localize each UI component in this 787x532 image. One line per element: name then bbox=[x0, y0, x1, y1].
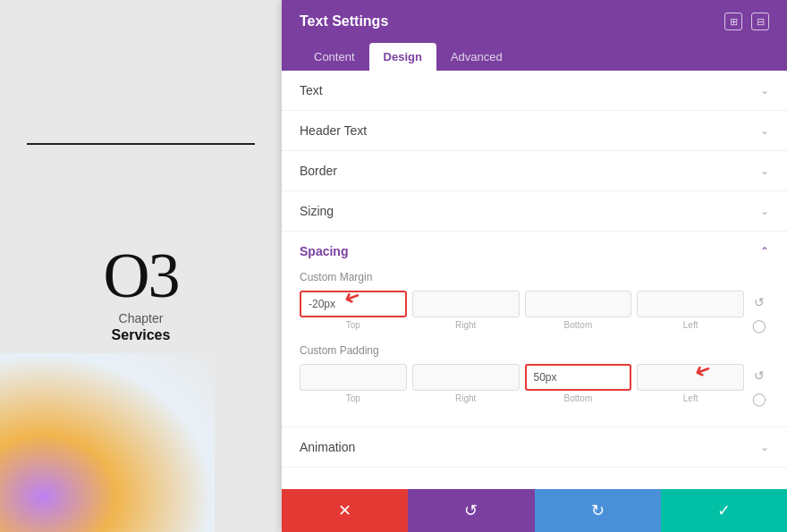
chapter-content: O3 Chapter Services bbox=[104, 243, 179, 343]
margin-bottom-col: Bottom bbox=[525, 291, 632, 330]
padding-left-col: Left bbox=[637, 364, 744, 403]
spacing-body: Custom Margin ➜ Top Right bbox=[282, 271, 787, 426]
accordion-border: Border ⌄ bbox=[282, 151, 787, 191]
margin-right-col: Right bbox=[412, 291, 520, 330]
margin-left-label: Left bbox=[683, 320, 698, 330]
collapse-icon[interactable]: ⊟ bbox=[751, 13, 769, 30]
accordion-text-chevron: ⌄ bbox=[760, 84, 769, 97]
margin-link-btn[interactable]: ◯ bbox=[749, 316, 769, 335]
accordion-text-header[interactable]: Text ⌄ bbox=[282, 71, 787, 110]
margin-row-actions: ↺ ◯ bbox=[749, 291, 769, 335]
accordion-spacing: Spacing ⌃ Custom Margin ➜ Top bbox=[282, 232, 787, 427]
redo-button[interactable]: ↻ bbox=[535, 489, 661, 532]
tab-advanced[interactable]: Advanced bbox=[436, 43, 517, 71]
margin-top-col: Top bbox=[300, 291, 407, 330]
accordion-animation: Animation ⌄ bbox=[282, 427, 787, 468]
accordion-sizing-header[interactable]: Sizing ⌄ bbox=[282, 191, 787, 231]
margin-right-label: Right bbox=[455, 320, 476, 330]
accordion-spacing-header[interactable]: Spacing ⌃ bbox=[282, 232, 787, 271]
confirm-button[interactable]: ✓ bbox=[661, 489, 787, 532]
accordion-border-header[interactable]: Border ⌄ bbox=[282, 151, 787, 190]
padding-left-label: Left bbox=[683, 393, 698, 403]
accordion-header-text-chevron: ⌄ bbox=[760, 124, 769, 137]
accordion-sizing-chevron: ⌄ bbox=[760, 205, 769, 217]
tab-content[interactable]: Content bbox=[300, 43, 369, 71]
header-icons: ⊞ ⊟ bbox=[724, 13, 769, 43]
panel-body: Text ⌄ Header Text ⌄ Border ⌄ Sizing ⌄ bbox=[282, 71, 787, 489]
accordion-text: Text ⌄ bbox=[282, 71, 787, 111]
panel-header: Text Settings ⊞ ⊟ bbox=[282, 0, 787, 43]
accordion-border-chevron: ⌄ bbox=[760, 165, 769, 177]
accordion-spacing-label: Spacing bbox=[300, 244, 348, 258]
padding-right-col: Right bbox=[412, 364, 520, 403]
margin-left-input[interactable] bbox=[637, 291, 744, 317]
padding-top-col: Top bbox=[300, 364, 407, 403]
padding-row-actions: ↺ ◯ bbox=[749, 364, 769, 409]
padding-bottom-input[interactable] bbox=[525, 364, 632, 391]
accordion-header-text: Header Text ⌄ bbox=[282, 111, 787, 151]
custom-margin-label: Custom Margin bbox=[300, 271, 769, 283]
cancel-button[interactable]: ✕ bbox=[282, 489, 408, 532]
chapter-title: Services bbox=[112, 327, 171, 343]
accordion-animation-label: Animation bbox=[300, 440, 355, 454]
margin-inputs-row: Top Right Bottom Left ↺ bbox=[300, 291, 769, 335]
left-panel: O3 Chapter Services bbox=[0, 0, 282, 532]
margin-bottom-label: Bottom bbox=[564, 320, 593, 330]
resize-icon[interactable]: ⊞ bbox=[724, 13, 742, 30]
padding-reset-btn[interactable]: ↺ bbox=[749, 366, 769, 385]
accordion-animation-chevron: ⌄ bbox=[760, 441, 769, 453]
padding-left-input[interactable] bbox=[637, 364, 744, 391]
padding-right-label: Right bbox=[455, 393, 476, 403]
right-panel: Text Settings ⊞ ⊟ Content Design Advance… bbox=[282, 0, 787, 532]
padding-bottom-label: Bottom bbox=[564, 393, 593, 403]
accordion-header-text-label: Header Text bbox=[300, 123, 367, 138]
top-line bbox=[27, 143, 255, 145]
bottom-toolbar: ✕ ↺ ↻ ✓ bbox=[282, 489, 787, 532]
chapter-number: O3 bbox=[104, 243, 179, 308]
margin-top-label: Top bbox=[346, 320, 360, 330]
panel-title: Text Settings bbox=[300, 13, 388, 42]
accordion-text-label: Text bbox=[300, 83, 323, 97]
margin-reset-btn[interactable]: ↺ bbox=[749, 292, 769, 312]
padding-top-input[interactable] bbox=[300, 364, 407, 391]
reset-button[interactable]: ↺ bbox=[408, 489, 534, 532]
tabs: Content Design Advanced bbox=[282, 43, 787, 71]
margin-left-col: Left bbox=[637, 291, 744, 330]
accordion-animation-header[interactable]: Animation ⌄ bbox=[282, 427, 787, 467]
accordion-spacing-chevron: ⌃ bbox=[760, 245, 769, 258]
padding-bottom-col: Bottom bbox=[525, 364, 632, 403]
accordion-header-text-header[interactable]: Header Text ⌄ bbox=[282, 111, 787, 150]
gradient-decoration bbox=[0, 353, 215, 532]
margin-top-input[interactable] bbox=[300, 291, 407, 317]
margin-right-input[interactable] bbox=[412, 291, 520, 317]
margin-bottom-input[interactable] bbox=[525, 291, 632, 317]
padding-top-label: Top bbox=[346, 393, 360, 403]
tab-design[interactable]: Design bbox=[369, 43, 436, 71]
accordion-sizing-label: Sizing bbox=[300, 204, 334, 218]
padding-link-btn[interactable]: ◯ bbox=[749, 389, 769, 409]
accordion-sizing: Sizing ⌄ bbox=[282, 191, 787, 232]
custom-padding-label: Custom Padding bbox=[300, 344, 769, 357]
padding-right-input[interactable] bbox=[412, 364, 520, 391]
chapter-label: Chapter bbox=[119, 311, 164, 325]
padding-inputs-row: Top Right Bottom Left ↺ bbox=[300, 364, 769, 409]
accordion-border-label: Border bbox=[300, 164, 337, 178]
